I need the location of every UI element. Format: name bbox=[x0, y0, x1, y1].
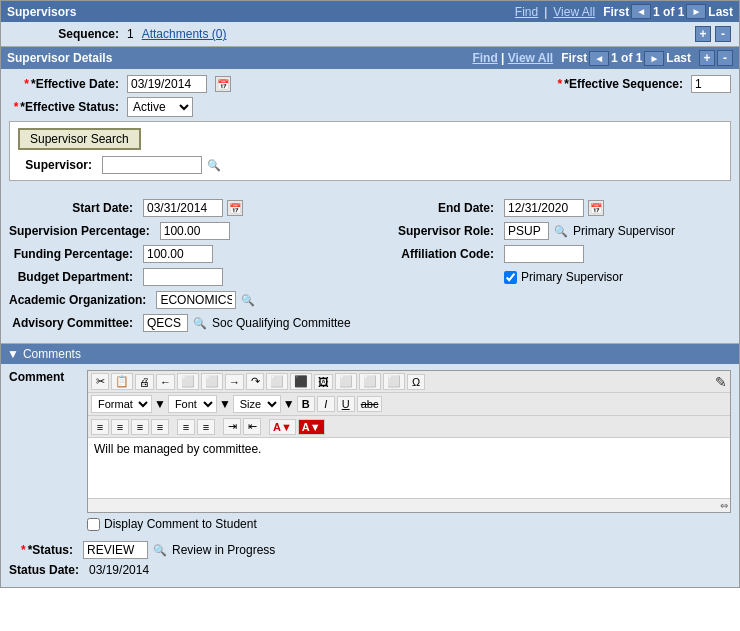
rte-btn-3[interactable]: 🖨 bbox=[135, 374, 154, 390]
primary-supervisor-checkbox[interactable] bbox=[504, 271, 517, 284]
collapse-icon: ▼ bbox=[7, 347, 19, 361]
rte-btn-11[interactable]: 🖼 bbox=[314, 374, 333, 390]
display-comment-checkbox[interactable] bbox=[87, 518, 100, 531]
comment-text: Will be managed by committee. bbox=[94, 442, 261, 456]
end-date-label: End Date: bbox=[370, 201, 500, 215]
funding-pct-input[interactable] bbox=[143, 245, 213, 263]
details-header-links: Find | View All bbox=[472, 51, 553, 65]
rte-btn-7[interactable]: → bbox=[225, 374, 244, 390]
rte-btn-15[interactable]: Ω bbox=[407, 374, 425, 390]
effective-date-input[interactable] bbox=[127, 75, 207, 93]
font-color-btn[interactable]: A▼ bbox=[269, 419, 296, 435]
budget-dept-input[interactable] bbox=[143, 268, 223, 286]
pencil-icon[interactable]: ✎ bbox=[715, 374, 727, 390]
start-date-calendar-icon[interactable]: 📅 bbox=[227, 200, 243, 216]
rte-btn-4[interactable]: ← bbox=[156, 374, 175, 390]
remove-sequence-btn[interactable]: - bbox=[715, 26, 731, 42]
rte-btn-1[interactable]: ✂ bbox=[91, 373, 109, 390]
rte-btn-6[interactable]: ⬜ bbox=[201, 373, 223, 390]
advisory-committee-search-icon[interactable]: 🔍 bbox=[192, 315, 208, 331]
bold-btn[interactable]: B bbox=[297, 396, 315, 412]
funding-pct-label: Funding Percentage: bbox=[9, 247, 139, 261]
add-details-btn[interactable]: + bbox=[699, 50, 715, 66]
status-search-icon[interactable]: 🔍 bbox=[152, 542, 168, 558]
attachments-link[interactable]: Attachments (0) bbox=[142, 27, 227, 41]
supervisor-role-search-icon[interactable]: 🔍 bbox=[553, 223, 569, 239]
align-left-btn[interactable]: ≡ bbox=[91, 419, 109, 435]
effective-status-select[interactable]: Active Inactive bbox=[127, 97, 193, 117]
details-find-link[interactable]: Find bbox=[472, 51, 497, 65]
last-label: Last bbox=[708, 5, 733, 19]
details-last: Last bbox=[666, 51, 691, 65]
supervisor-role-code-input[interactable] bbox=[504, 222, 549, 240]
strikethrough-btn[interactable]: abc bbox=[357, 396, 383, 412]
next-btn[interactable]: ► bbox=[686, 4, 706, 19]
view-all-link[interactable]: View All bbox=[553, 5, 595, 19]
rte-content[interactable]: Will be managed by committee. bbox=[88, 438, 730, 498]
effective-status-row: *Effective Status: Active Inactive bbox=[9, 97, 731, 117]
add-sequence-btn[interactable]: + bbox=[695, 26, 711, 42]
rte-toolbar-row1: ✂ 📋 🖨 ← ⬜ ⬜ → ↷ ⬜ ⬛ 🖼 ⬜ ⬜ ⬜ Ω bbox=[88, 371, 730, 393]
supervision-pct-input[interactable] bbox=[160, 222, 230, 240]
advisory-committee-code-input[interactable] bbox=[143, 314, 188, 332]
supervisors-title: Supervisors bbox=[7, 5, 76, 19]
effective-date-row: *Effective Date: 📅 *Effective Sequence: bbox=[9, 75, 731, 93]
comment-row: Comment ✂ 📋 🖨 ← ⬜ ⬜ → ↷ ⬜ ⬛ 🖼 bbox=[9, 370, 731, 513]
unordered-list-btn[interactable]: ≡ bbox=[197, 419, 215, 435]
end-date-calendar-icon[interactable]: 📅 bbox=[588, 200, 604, 216]
details-next-btn[interactable]: ► bbox=[644, 51, 664, 66]
academic-org-input[interactable] bbox=[156, 291, 236, 309]
italic-btn[interactable]: I bbox=[317, 396, 335, 412]
bottom-status: *Status: 🔍 Review in Progress Status Dat… bbox=[1, 537, 739, 587]
comments-header[interactable]: ▼ Comments bbox=[1, 344, 739, 364]
status-date-row: Status Date: 03/19/2014 bbox=[9, 563, 731, 577]
comment-label: Comment bbox=[9, 370, 79, 384]
indent-btn[interactable]: ⇥ bbox=[223, 418, 241, 435]
align-justify-btn[interactable]: ≡ bbox=[151, 419, 169, 435]
size-select[interactable]: Size bbox=[233, 395, 281, 413]
effective-seq-input[interactable] bbox=[691, 75, 731, 93]
underline-btn[interactable]: U bbox=[337, 396, 355, 412]
sequence-label: Sequence: bbox=[9, 27, 119, 41]
supervisor-search-button[interactable]: Supervisor Search bbox=[18, 128, 141, 150]
sequence-row: Sequence: 1 Attachments (0) + - bbox=[1, 22, 739, 47]
format-select[interactable]: Format bbox=[91, 395, 152, 413]
start-date-input[interactable] bbox=[143, 199, 223, 217]
remove-details-btn[interactable]: - bbox=[717, 50, 733, 66]
align-center-btn[interactable]: ≡ bbox=[111, 419, 129, 435]
font-select[interactable]: Font bbox=[168, 395, 217, 413]
rte-btn-2[interactable]: 📋 bbox=[111, 373, 133, 390]
end-date-input[interactable] bbox=[504, 199, 584, 217]
ordered-list-btn[interactable]: ≡ bbox=[177, 419, 195, 435]
status-date-value: 03/19/2014 bbox=[89, 563, 149, 577]
status-field-input[interactable] bbox=[83, 541, 148, 559]
rte-btn-13[interactable]: ⬜ bbox=[359, 373, 381, 390]
rte-btn-12[interactable]: ⬜ bbox=[335, 373, 357, 390]
rte-btn-8[interactable]: ↷ bbox=[246, 373, 264, 390]
primary-supervisor-label: Primary Supervisor bbox=[521, 270, 623, 284]
effective-date-calendar-icon[interactable]: 📅 bbox=[215, 76, 231, 92]
academic-org-search-icon[interactable]: 🔍 bbox=[240, 292, 256, 308]
affiliation-code-label: Affiliation Code: bbox=[370, 247, 500, 261]
rte-btn-5[interactable]: ⬜ bbox=[177, 373, 199, 390]
supervisor-input[interactable] bbox=[102, 156, 202, 174]
details-view-all-link[interactable]: View All bbox=[508, 51, 553, 65]
sequence-value: 1 bbox=[127, 27, 134, 41]
comments-title: Comments bbox=[23, 347, 81, 361]
highlight-btn[interactable]: A▼ bbox=[298, 419, 325, 435]
supervisor-search-icon[interactable]: 🔍 bbox=[206, 157, 222, 173]
rte-btn-10[interactable]: ⬛ bbox=[290, 373, 312, 390]
align-right-btn[interactable]: ≡ bbox=[131, 419, 149, 435]
header-links: Find | View All bbox=[515, 5, 595, 19]
outdent-btn[interactable]: ⇤ bbox=[243, 418, 261, 435]
rte-btn-14[interactable]: ⬜ bbox=[383, 373, 405, 390]
prev-btn[interactable]: ◄ bbox=[631, 4, 651, 19]
affiliation-code-input[interactable] bbox=[504, 245, 584, 263]
details-page-info: 1 of 1 bbox=[611, 51, 642, 65]
find-link[interactable]: Find bbox=[515, 5, 538, 19]
funding-pct-row: Funding Percentage: Affiliation Code: bbox=[9, 245, 731, 263]
details-prev-btn[interactable]: ◄ bbox=[589, 51, 609, 66]
supervision-pct-label: Supervision Percentage: bbox=[9, 224, 156, 238]
rte-resize-handle[interactable]: ⇔ bbox=[88, 498, 730, 512]
rte-btn-9[interactable]: ⬜ bbox=[266, 373, 288, 390]
